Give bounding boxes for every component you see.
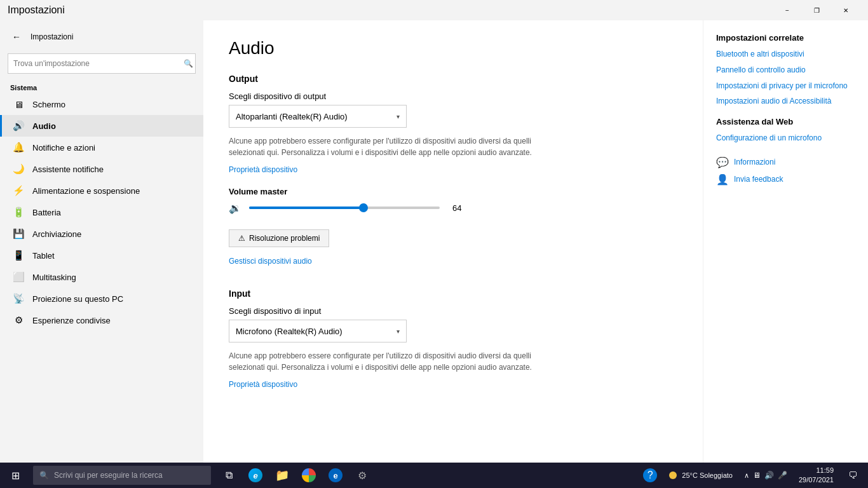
systray-icons[interactable]: ∧ 🖥 🔊 🎤 xyxy=(739,471,792,480)
output-section-title: Output xyxy=(229,74,677,84)
output-device-link[interactable]: Proprietà dispositivo xyxy=(229,165,297,174)
taskbar-icons: ⧉ e 📁 e ⚙ xyxy=(216,463,375,488)
help-button[interactable]: ? xyxy=(637,463,663,488)
file-explorer-button[interactable]: 📁 xyxy=(269,463,295,488)
settings-taskbar-button[interactable]: ⚙ xyxy=(349,463,375,488)
content-area: Audio Output Scegli dispositivo di outpu… xyxy=(203,20,703,463)
sidebar-item-batteria[interactable]: 🔋 Batteria xyxy=(0,201,203,223)
schermo-icon: 🖥 xyxy=(12,99,25,110)
right-link-pannello[interactable]: Pannello di controllo audio xyxy=(716,65,855,76)
notification-button[interactable]: 🗨 xyxy=(840,463,865,488)
input-section-title: Input xyxy=(229,288,677,299)
troubleshoot-label: Risoluzione problemi xyxy=(249,234,320,243)
sidebar-item-notifiche[interactable]: 🔔 Notifiche e azioni xyxy=(0,137,203,158)
sidebar-item-label-batteria: Batteria xyxy=(32,208,61,217)
main-container: ← Impostazioni 🔍 Sistema 🖥 Schermo 🔊 Aud… xyxy=(0,20,868,463)
help-icon: ? xyxy=(643,468,657,482)
titlebar-left: Impostazioni xyxy=(8,4,65,16)
right-link-config-mic[interactable]: Configurazione di un microfono xyxy=(716,133,855,144)
chrome-button[interactable] xyxy=(296,463,322,488)
volume-slider[interactable] xyxy=(249,201,440,214)
feedback-icon: 👤 xyxy=(716,173,729,186)
titlebar: Impostazioni − ❐ ✕ xyxy=(0,0,868,20)
maximize-button[interactable]: ❐ xyxy=(802,0,831,20)
close-button[interactable]: ✕ xyxy=(831,0,860,20)
input-device-dropdown[interactable]: Microfono (Realtek(R) Audio) ▾ xyxy=(229,320,407,342)
taskbar-clock[interactable]: 11:59 29/07/2021 xyxy=(794,466,839,485)
batteria-icon: 🔋 xyxy=(12,207,25,218)
search-input[interactable] xyxy=(8,53,196,74)
archiviazione-icon: 💾 xyxy=(12,228,25,240)
right-item-info[interactable]: 💬 Informazioni xyxy=(716,156,855,168)
right-link-privacy-mic[interactable]: Impostazioni di privacy per il microfono xyxy=(716,81,855,92)
weather-text: 25°C Soleggiato xyxy=(682,471,733,479)
sidebar-item-archiviazione[interactable]: 💾 Archiviazione xyxy=(0,223,203,245)
start-button[interactable]: ⊞ xyxy=(0,463,31,488)
slider-track xyxy=(249,207,440,209)
minimize-button[interactable]: − xyxy=(773,0,802,20)
sidebar-item-audio[interactable]: 🔊 Audio xyxy=(0,115,203,137)
alimentazione-icon: ⚡ xyxy=(12,185,25,196)
output-description: Alcune app potrebbero essere configurate… xyxy=(229,135,559,158)
systray[interactable]: 25°C Soleggiato xyxy=(664,471,738,479)
right-item-feedback[interactable]: 👤 Invia feedback xyxy=(716,173,855,186)
sidebar-item-label-assistente: Assistente notifiche xyxy=(32,165,104,174)
troubleshoot-button[interactable]: ⚠ Risoluzione problemi xyxy=(229,229,329,247)
multitasking-icon: ⬜ xyxy=(12,271,25,283)
output-device-label: Scegli dispositivo di output xyxy=(229,92,677,101)
titlebar-controls: − ❐ ✕ xyxy=(773,0,860,20)
sidebar-item-esperienze[interactable]: ⚙ Esperienze condivise xyxy=(0,309,203,331)
input-device-value: Microfono (Realtek(R) Audio) xyxy=(236,327,342,336)
right-panel: Impostazioni correlate Bluetooth e altri… xyxy=(703,20,868,463)
manage-devices-link[interactable]: Gestisci dispositivi audio xyxy=(229,257,312,266)
sidebar-item-label-proiezione: Proiezione su questo PC xyxy=(32,294,123,304)
sidebar-item-alimentazione[interactable]: ⚡ Alimentazione e sospensione xyxy=(0,180,203,201)
sidebar-item-proiezione[interactable]: 📡 Proiezione su questo PC xyxy=(0,288,203,309)
search-icon[interactable]: 🔍 xyxy=(184,59,193,68)
titlebar-title: Impostazioni xyxy=(8,4,65,16)
sidebar-item-multitasking[interactable]: ⬜ Multitasking xyxy=(0,266,203,288)
sidebar-item-label-audio: Audio xyxy=(32,121,56,131)
settings-taskbar-icon: ⚙ xyxy=(358,470,367,482)
sidebar-item-label-tablet: Tablet xyxy=(32,251,55,261)
tablet-icon: 📱 xyxy=(12,250,25,261)
output-device-dropdown[interactable]: Altoparlanti (Realtek(R) Audio) ▾ xyxy=(229,105,407,128)
sidebar-app-title: Impostazioni xyxy=(31,32,73,41)
task-view-icon: ⧉ xyxy=(226,470,233,481)
edge-button[interactable]: e xyxy=(243,463,268,488)
task-view-button[interactable]: ⧉ xyxy=(216,463,241,488)
ie-icon: e xyxy=(329,468,342,482)
right-link-accessibility[interactable]: Impostazioni audio di Accessibilità xyxy=(716,96,855,107)
back-button[interactable]: ← xyxy=(8,28,25,46)
ie-button[interactable]: e xyxy=(323,463,348,488)
volume-section: Volume master 🔉 64 xyxy=(229,187,677,214)
volume-row: 🔉 64 xyxy=(229,201,677,214)
right-link-feedback[interactable]: Invia feedback xyxy=(734,174,783,185)
slider-thumb[interactable] xyxy=(359,203,368,212)
notifiche-icon: 🔔 xyxy=(12,142,25,153)
right-link-bluetooth[interactable]: Bluetooth e altri dispositivi xyxy=(716,49,855,60)
volume-label: Volume master xyxy=(229,187,677,196)
notification-icon: 🗨 xyxy=(848,470,857,480)
taskbar-search-box[interactable]: 🔍 xyxy=(33,466,211,485)
input-description: Alcune app potrebbero essere configurate… xyxy=(229,350,559,373)
right-link-info[interactable]: Informazioni xyxy=(734,157,775,168)
chevron-down-icon-input: ▾ xyxy=(397,328,400,335)
output-device-value: Altoparlanti (Realtek(R) Audio) xyxy=(236,112,348,121)
windows-icon: ⊞ xyxy=(11,470,20,482)
mic-icon: 🎤 xyxy=(778,471,787,480)
related-title: Impostazioni correlate xyxy=(716,33,855,43)
clock-time: 11:59 xyxy=(816,466,834,475)
sidebar: ← Impostazioni 🔍 Sistema 🖥 Schermo 🔊 Aud… xyxy=(0,20,203,463)
sidebar-item-assistente[interactable]: 🌙 Assistente notifiche xyxy=(0,158,203,180)
sidebar-item-tablet[interactable]: 📱 Tablet xyxy=(0,245,203,266)
input-device-label: Scegli dispositivo di input xyxy=(229,306,677,316)
info-icon: 💬 xyxy=(716,156,729,168)
clock-date: 29/07/2021 xyxy=(799,475,834,485)
sidebar-item-schermo[interactable]: 🖥 Schermo xyxy=(0,94,203,115)
proiezione-icon: 📡 xyxy=(12,293,25,304)
taskbar-search-input[interactable] xyxy=(54,471,205,480)
file-explorer-icon: 📁 xyxy=(275,468,289,482)
input-device-link[interactable]: Proprietà dispositivo xyxy=(229,380,297,389)
taskbar-right: ? 25°C Soleggiato ∧ 🖥 🔊 🎤 11:59 29/07/20… xyxy=(637,463,868,488)
